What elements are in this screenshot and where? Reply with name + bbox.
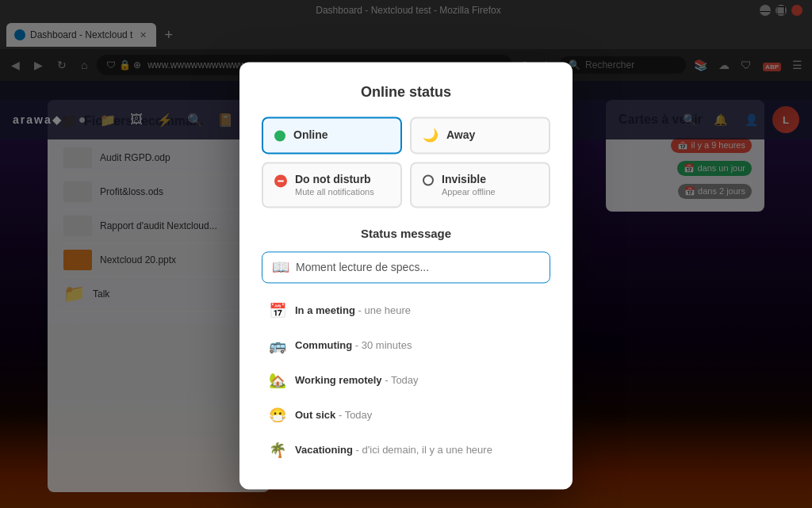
vacation-icon: 🌴 (268, 441, 287, 459)
preset-meeting-text: In a meeting - une heure (295, 304, 411, 316)
preset-item-vacation[interactable]: 🌴 Vacationing - d'ici demain, il y a une… (262, 434, 550, 467)
status-option-invisible[interactable]: Invisible Appear offline (410, 162, 550, 208)
preset-item-sick[interactable]: 😷 Out sick - Today (262, 399, 550, 432)
dnd-label-group: Do not disturb Mute all notifications (295, 173, 374, 197)
preset-commuting-text: Commuting - 30 minutes (295, 339, 412, 351)
commuting-icon: 🚌 (268, 337, 287, 354)
status-emoji-picker[interactable]: 📖 (272, 258, 289, 276)
status-message-input[interactable] (296, 261, 540, 273)
preset-sick-text: Out sick - Today (295, 409, 372, 421)
status-grid: Online 🌙 Away Do not disturb Mute all no… (262, 116, 550, 208)
status-dnd-sublabel: Mute all notifications (295, 187, 374, 197)
preset-item-commuting[interactable]: 🚌 Commuting - 30 minutes (262, 329, 550, 362)
preset-remote-text: Working remotely - Today (295, 374, 419, 386)
modal-title: Online status (262, 84, 550, 101)
invisible-indicator (423, 174, 434, 185)
preset-item-meeting[interactable]: 📅 In a meeting - une heure (262, 294, 550, 327)
status-dnd-label: Do not disturb (295, 173, 374, 185)
status-message-input-row[interactable]: 📖 (262, 251, 550, 283)
remote-icon: 🏡 (268, 372, 287, 389)
status-online-label: Online (293, 128, 328, 141)
away-moon-icon: 🌙 (423, 128, 439, 143)
status-invisible-sublabel: Appear offline (442, 187, 496, 197)
preset-vacation-text: Vacationing - d'ici demain, il y a une h… (295, 444, 492, 456)
status-invisible-label: Invisible (442, 173, 496, 185)
online-indicator (274, 130, 285, 141)
status-option-away[interactable]: 🌙 Away (410, 116, 550, 154)
status-away-label: Away (446, 128, 475, 141)
preset-item-remote[interactable]: 🏡 Working remotely - Today (262, 364, 550, 397)
status-option-dnd[interactable]: Do not disturb Mute all notifications (262, 162, 402, 208)
invisible-label-group: Invisible Appear offline (442, 173, 496, 197)
dnd-indicator (274, 174, 287, 187)
meeting-icon: 📅 (268, 302, 287, 319)
status-message-section-title: Status message (262, 227, 550, 240)
status-option-online[interactable]: Online (262, 116, 402, 154)
online-status-modal: Online status Online 🌙 Away Do not distu… (239, 62, 573, 489)
preset-statuses-list: 📅 In a meeting - une heure 🚌 Commuting -… (262, 294, 550, 467)
sick-icon: 😷 (268, 407, 287, 424)
